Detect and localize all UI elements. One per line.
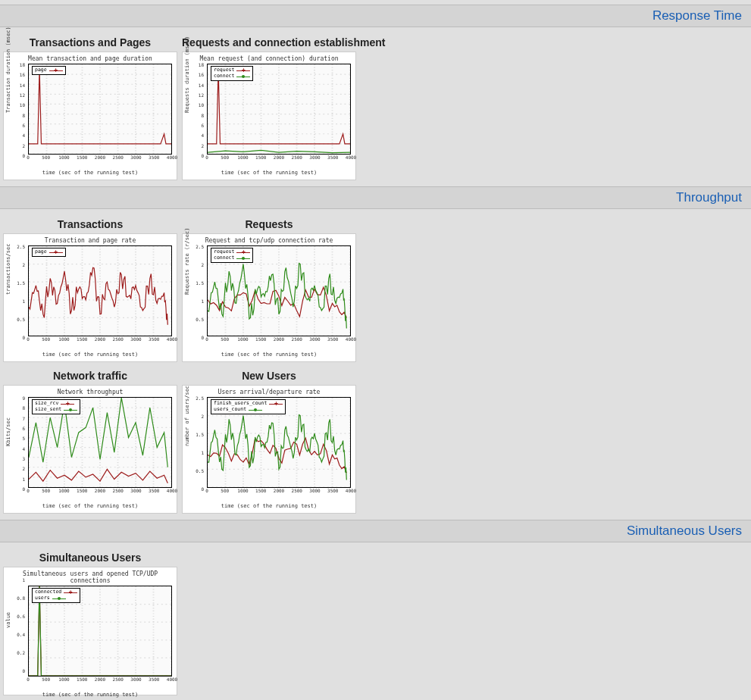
section-header-response-time: Response Time bbox=[0, 5, 751, 27]
plot-area: page bbox=[28, 64, 172, 155]
legend: finish_users_countusers_count bbox=[211, 399, 286, 414]
plot-area: size_rcvsize_sent bbox=[28, 397, 172, 488]
x-ticks: 05001000150020002500300035004000 bbox=[28, 155, 172, 162]
chart-title: New Users bbox=[182, 370, 356, 382]
chart-box: Transaction and page rate00.511.522.5tra… bbox=[3, 233, 177, 362]
chart-subtitle: Mean transaction and page duration bbox=[5, 55, 175, 62]
y-ticks: 0123456789 bbox=[14, 398, 25, 489]
response-time-row: Transactions and PagesMean transaction a… bbox=[0, 35, 751, 180]
throughput-row-2: Network trafficNetwork throughput0123456… bbox=[0, 368, 751, 514]
y-ticks: 00.511.522.5 bbox=[193, 246, 204, 337]
y-axis-label: Requests duration (msec) bbox=[184, 36, 190, 113]
chart-box: Mean transaction and page duration024681… bbox=[3, 52, 177, 180]
x-axis-label: time (sec of the running test) bbox=[5, 692, 175, 698]
y-ticks: 00.20.40.60.81 bbox=[14, 580, 25, 670]
chart-box: Users arrival/departure rate00.511.522.5… bbox=[182, 385, 356, 514]
legend: requestconnect bbox=[211, 248, 253, 263]
legend: requestconnect bbox=[211, 66, 253, 81]
chart-req-rate: RequestsRequest and tcp/udp connection r… bbox=[182, 217, 356, 362]
x-axis-label: time (sec of the running test) bbox=[5, 352, 175, 358]
simultaneous-row: Simultaneous UsersSimultaneous users and… bbox=[0, 550, 751, 695]
chart-subtitle: Mean request (and connection) duration bbox=[184, 55, 354, 62]
section-header-throughput: Throughput bbox=[0, 186, 751, 209]
chart-network: Network trafficNetwork throughput0123456… bbox=[3, 368, 177, 514]
y-axis-label: value bbox=[5, 612, 11, 628]
legend: connectedusers bbox=[32, 588, 80, 603]
y-axis-label: transactions/sec bbox=[5, 244, 11, 295]
x-axis-label: time (sec of the running test) bbox=[184, 352, 354, 358]
x-ticks: 05001000150020002500300035004000 bbox=[207, 488, 351, 495]
y-ticks: 00.511.522.5 bbox=[14, 246, 25, 337]
chart-subtitle: Users arrival/departure rate bbox=[184, 389, 354, 395]
plot-area: finish_users_countusers_count bbox=[207, 397, 351, 488]
x-axis-label: time (sec of the running test) bbox=[5, 503, 175, 509]
x-ticks: 05001000150020002500300035004000 bbox=[28, 336, 172, 344]
x-ticks: 05001000150020002500300035004000 bbox=[28, 488, 172, 495]
plot-area: requestconnect bbox=[207, 245, 351, 336]
chart-box: Simultaneous users and opened TCP/UDP co… bbox=[3, 567, 177, 695]
plot-area: connectedusers bbox=[28, 586, 172, 677]
x-ticks: 05001000150020002500300035004000 bbox=[207, 155, 351, 162]
chart-box: Mean request (and connection) duration02… bbox=[182, 52, 356, 180]
chart-sim-users: Simultaneous UsersSimultaneous users and… bbox=[3, 550, 177, 695]
chart-req-conn: Requests and connection establishmentMea… bbox=[182, 35, 385, 180]
y-ticks: 024681012141618 bbox=[14, 64, 25, 155]
y-axis-label: Kbits/sec bbox=[5, 417, 11, 446]
throughput-row-1: TransactionsTransaction and page rate00.… bbox=[0, 217, 751, 362]
chart-txn-pages: Transactions and PagesMean transaction a… bbox=[3, 35, 177, 180]
section-header-simultaneous: Simultaneous Users bbox=[0, 520, 751, 542]
chart-title: Transactions and Pages bbox=[3, 36, 177, 48]
chart-box: Request and tcp/udp connection rate00.51… bbox=[182, 233, 356, 362]
y-ticks: 00.511.522.5 bbox=[193, 398, 204, 489]
chart-title: Requests bbox=[182, 218, 356, 230]
chart-new-users: New UsersUsers arrival/departure rate00.… bbox=[182, 368, 356, 514]
chart-box: Network throughput0123456789Kbits/secsiz… bbox=[3, 385, 177, 514]
x-axis-label: time (sec of the running test) bbox=[184, 170, 354, 176]
y-axis-label: Requests rate (r/sec) bbox=[184, 227, 190, 295]
chart-txn-rate: TransactionsTransaction and page rate00.… bbox=[3, 217, 177, 362]
chart-title: Simultaneous Users bbox=[3, 552, 177, 564]
chart-title: Network traffic bbox=[3, 370, 177, 382]
x-axis-label: time (sec of the running test) bbox=[184, 503, 354, 509]
chart-subtitle: Simultaneous users and opened TCP/UDP co… bbox=[5, 570, 175, 584]
x-axis-label: time (sec of the running test) bbox=[5, 170, 175, 176]
legend: page bbox=[32, 248, 66, 257]
legend: page bbox=[32, 66, 66, 75]
chart-subtitle: Network throughput bbox=[5, 389, 175, 395]
chart-subtitle: Request and tcp/udp connection rate bbox=[184, 237, 354, 244]
x-ticks: 05001000150020002500300035004000 bbox=[28, 677, 172, 684]
chart-title: Requests and connection establishment bbox=[182, 36, 385, 48]
y-axis-label: Transaction duration (msec) bbox=[5, 27, 11, 113]
plot-area: requestconnect bbox=[207, 64, 351, 155]
legend: size_rcvsize_sent bbox=[32, 399, 80, 414]
plot-area: page bbox=[28, 245, 172, 336]
x-ticks: 05001000150020002500300035004000 bbox=[207, 336, 351, 344]
chart-subtitle: Transaction and page rate bbox=[5, 237, 175, 244]
y-axis-label: number of users/sec bbox=[184, 386, 190, 446]
y-ticks: 024681012141618 bbox=[193, 64, 204, 155]
chart-title: Transactions bbox=[3, 218, 177, 230]
